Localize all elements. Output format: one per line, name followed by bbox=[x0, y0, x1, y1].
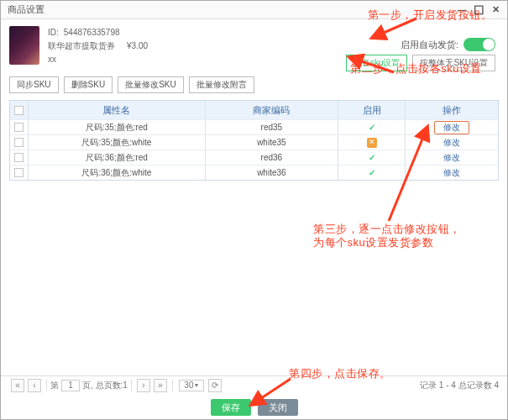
toolbar: 同步SKU 删除SKU 批量修改SKU 批量修改附言 bbox=[1, 71, 507, 100]
row-checkbox[interactable] bbox=[14, 123, 24, 132]
modify-link[interactable]: 修改 bbox=[434, 121, 469, 134]
titlebar: 商品设置 — ☐ ✕ bbox=[1, 1, 507, 19]
page-size-select[interactable]: 30 ▾ bbox=[179, 380, 204, 391]
product-name: 联华超市提取货券 bbox=[48, 41, 115, 50]
product-extra: xx bbox=[48, 55, 56, 64]
table-footer: « ‹ 第 1 页, 总页数:1 › » 30 ▾ ⟳ 记录 1 - 4 总记录… bbox=[1, 375, 507, 394]
enabled-check-icon: ✓ bbox=[369, 123, 375, 132]
cell-attr: 尺码:35;颜色:red bbox=[29, 120, 206, 134]
product-id: 544876335798 bbox=[64, 28, 120, 37]
page-last-button[interactable]: » bbox=[154, 379, 167, 392]
cell-enabled: ✕ bbox=[338, 135, 406, 150]
product-meta: ID:544876335798 联华超市提取货券¥3.00 xx bbox=[48, 26, 148, 66]
header-op: 操作 bbox=[406, 101, 498, 119]
modify-link[interactable]: 修改 bbox=[443, 167, 460, 179]
page-refresh-button[interactable]: ⟳ bbox=[208, 379, 222, 392]
header-enabled: 启用 bbox=[338, 101, 406, 119]
auto-ship-label: 启用自动发货: bbox=[401, 39, 458, 51]
modify-link[interactable]: 修改 bbox=[443, 152, 460, 164]
mode-whole-button[interactable]: 按整体无SKU设置 bbox=[412, 55, 495, 71]
enabled-check-icon: ✓ bbox=[369, 168, 375, 177]
table-row: 尺码:36;颜色:redred36✓修改 bbox=[10, 150, 498, 165]
header-checkbox-cell bbox=[10, 101, 29, 119]
disabled-x-icon: ✕ bbox=[367, 138, 377, 148]
header-code: 商家编码 bbox=[206, 101, 338, 119]
cell-code: white36 bbox=[206, 165, 338, 180]
cell-enabled: ✓ bbox=[338, 150, 406, 165]
save-button[interactable]: 保存 bbox=[211, 399, 251, 416]
mode-buttons: 按各sku设置 按整体无SKU设置 bbox=[346, 55, 495, 71]
cell-enabled: ✓ bbox=[338, 120, 406, 134]
page-number-input[interactable]: 1 bbox=[61, 380, 80, 391]
product-header: ID:544876335798 联华超市提取货券¥3.00 xx 启用自动发货:… bbox=[1, 19, 507, 71]
batch-edit-sku-button[interactable]: 批量修改SKU bbox=[118, 76, 184, 93]
row-checkbox[interactable] bbox=[14, 153, 24, 162]
select-all-checkbox[interactable] bbox=[14, 106, 24, 115]
header-attr: 属性名 bbox=[29, 101, 206, 119]
product-settings-window: 商品设置 — ☐ ✕ ID:544876335798 联华超市提取货券¥3.00… bbox=[0, 0, 508, 420]
mode-by-sku-button[interactable]: 按各sku设置 bbox=[346, 55, 408, 71]
modify-link[interactable]: 修改 bbox=[443, 137, 460, 149]
cell-code: red35 bbox=[206, 120, 338, 134]
row-checkbox[interactable] bbox=[14, 138, 24, 147]
cell-attr: 尺码:36;颜色:white bbox=[29, 165, 206, 180]
batch-edit-note-button[interactable]: 批量修改附言 bbox=[189, 76, 254, 93]
product-image bbox=[9, 26, 39, 65]
cell-attr: 尺码:35;颜色:white bbox=[29, 135, 206, 150]
id-label: ID: bbox=[48, 28, 59, 37]
table-row: 尺码:35;颜色:redred35✓修改 bbox=[10, 119, 498, 134]
cell-code: red36 bbox=[206, 150, 338, 165]
table-row: 尺码:35;颜色:whitewhite35✕修改 bbox=[10, 134, 498, 150]
cell-code: white35 bbox=[206, 135, 338, 150]
footer-actions: 保存 关闭 bbox=[1, 396, 507, 419]
table-row: 尺码:36;颜色:whitewhite36✓修改 bbox=[10, 165, 498, 180]
record-count: 记录 1 - 4 总记录数 4 bbox=[420, 380, 499, 391]
enabled-check-icon: ✓ bbox=[369, 153, 375, 162]
cell-attr: 尺码:36;颜色:red bbox=[29, 150, 206, 165]
close-button[interactable]: 关闭 bbox=[258, 399, 298, 416]
cell-enabled: ✓ bbox=[338, 165, 406, 180]
auto-ship-toggle[interactable] bbox=[463, 38, 495, 51]
table-header-row: 属性名 商家编码 启用 操作 bbox=[10, 101, 498, 119]
page-prefix: 第 bbox=[50, 380, 59, 391]
page-suffix: 页, 总页数:1 bbox=[82, 380, 128, 391]
window-title: 商品设置 bbox=[8, 3, 452, 16]
page-first-button[interactable]: « bbox=[11, 379, 24, 392]
maximize-button[interactable]: ☐ bbox=[472, 3, 485, 17]
auto-ship-row: 启用自动发货: bbox=[401, 38, 495, 51]
annotation-step3b: 为每个sku设置发货参数 bbox=[313, 235, 433, 250]
page-next-button[interactable]: › bbox=[137, 379, 150, 392]
row-checkbox[interactable] bbox=[14, 168, 24, 177]
sync-sku-button[interactable]: 同步SKU bbox=[9, 76, 59, 93]
delete-sku-button[interactable]: 删除SKU bbox=[64, 76, 113, 93]
sku-table: 属性名 商家编码 启用 操作 尺码:35;颜色:redred35✓修改尺码:35… bbox=[9, 100, 499, 181]
annotation-step3a: 第三步，逐一点击修改按钮， bbox=[313, 222, 461, 237]
minimize-button[interactable]: — bbox=[455, 3, 469, 17]
close-window-button[interactable]: ✕ bbox=[489, 3, 502, 17]
page-prev-button[interactable]: ‹ bbox=[28, 379, 41, 392]
product-price: ¥3.00 bbox=[127, 41, 148, 50]
